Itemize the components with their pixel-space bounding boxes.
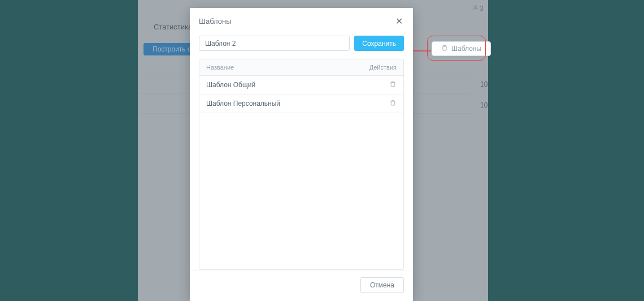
table-header: Название Действия (199, 59, 403, 76)
svg-rect-5 (391, 83, 395, 87)
trash-icon (389, 80, 397, 89)
template-row-name: Шаблон Общий (206, 81, 363, 89)
template-name-input[interactable] (199, 36, 350, 51)
close-button[interactable]: ✕ (394, 16, 404, 27)
modal-title: Шаблоны (199, 17, 232, 25)
delete-button[interactable] (389, 80, 397, 89)
input-row: Сохранить (199, 36, 404, 51)
svg-rect-6 (391, 101, 395, 105)
modal-overlay-left (138, 0, 190, 301)
templates-modal: Шаблоны ✕ Сохранить Название Действия Ша… (190, 8, 413, 301)
header-actions: Действия (363, 64, 397, 71)
template-row-name: Шаблон Персональный (206, 100, 363, 108)
templates-table: Название Действия Шаблон Общий Шаблон Пе… (199, 59, 404, 270)
modal-overlay-top (190, 0, 413, 8)
delete-button[interactable] (389, 99, 397, 108)
save-button[interactable]: Сохранить (354, 36, 404, 51)
modal-footer: Отмена (190, 270, 413, 301)
clipboard-icon (441, 45, 448, 53)
table-row[interactable]: Шаблон Персональный (199, 94, 403, 113)
cancel-button[interactable]: Отмена (360, 277, 404, 293)
templates-button-label: Шаблоны (451, 45, 481, 53)
templates-button[interactable]: Шаблоны (432, 41, 491, 56)
table-row[interactable]: Шаблон Общий (199, 76, 403, 94)
modal-header: Шаблоны ✕ (190, 8, 413, 32)
trash-icon (389, 99, 397, 108)
header-name: Название (206, 64, 363, 71)
modal-body: Сохранить Название Действия Шаблон Общий… (190, 32, 413, 270)
close-icon: ✕ (395, 16, 403, 26)
